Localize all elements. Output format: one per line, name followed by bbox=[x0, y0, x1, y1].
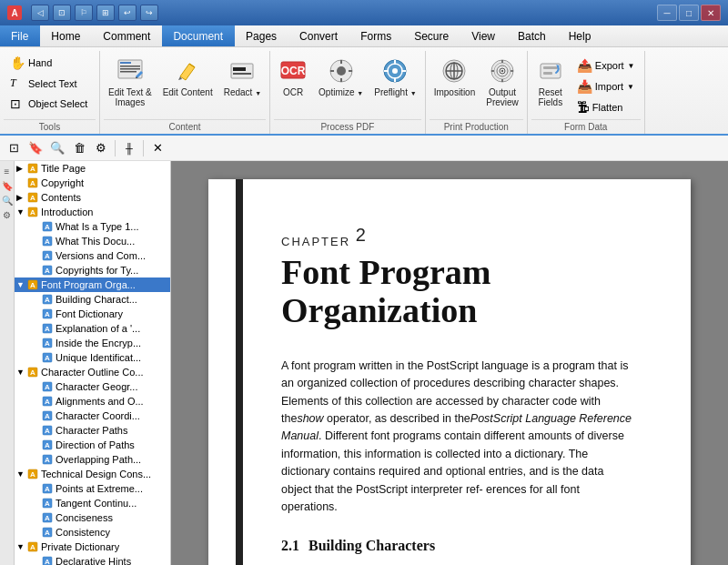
action-toggle[interactable]: ⊡ bbox=[4, 138, 24, 158]
export-label: Export bbox=[595, 60, 624, 71]
content-buttons: Edit Text &Images Edit Content bbox=[104, 53, 266, 117]
svg-text:A: A bbox=[45, 558, 50, 565]
ocr-button[interactable]: OCR OCR bbox=[274, 53, 312, 100]
svg-text:A: A bbox=[45, 339, 50, 348]
left-icon-2[interactable]: 🔖 bbox=[1, 179, 14, 192]
menu-view[interactable]: View bbox=[460, 25, 507, 46]
nav-item[interactable]: ▼APrivate Dictionary bbox=[15, 540, 170, 554]
nav-item[interactable]: ▼ATechnical Design Cons... bbox=[15, 467, 170, 481]
nav-item[interactable]: AWhat This Docu... bbox=[15, 234, 170, 248]
title-line2: Organization bbox=[281, 291, 477, 329]
svg-rect-1 bbox=[120, 62, 131, 64]
menu-comment[interactable]: Comment bbox=[92, 25, 162, 46]
svg-point-19 bbox=[392, 68, 398, 74]
action-search[interactable]: 🔍 bbox=[47, 138, 67, 158]
nav-item[interactable]: ACopyright bbox=[15, 176, 170, 190]
export-icon: 📤 bbox=[577, 58, 592, 73]
nav-item-icon: A bbox=[27, 367, 38, 378]
nav-item-label: Direction of Paths bbox=[56, 439, 135, 450]
menu-secure[interactable]: Secure bbox=[403, 25, 460, 46]
maximize-button[interactable]: □ bbox=[679, 5, 699, 21]
expand-icon: ▼ bbox=[16, 368, 27, 377]
action-delete[interactable]: 🗑 bbox=[69, 138, 89, 158]
reset-fields-button[interactable]: ResetFields bbox=[531, 53, 570, 110]
output-preview-icon bbox=[488, 56, 517, 86]
action-bookmark[interactable]: 🔖 bbox=[25, 138, 46, 158]
nav-item[interactable]: ▼ACharacter Outline Co... bbox=[15, 365, 170, 379]
output-preview-button[interactable]: OutputPreview bbox=[481, 53, 523, 110]
menu-convert[interactable]: Convert bbox=[288, 25, 349, 46]
redact-button[interactable]: Redact ▼ bbox=[219, 53, 266, 100]
imposition-button[interactable]: Imposition bbox=[430, 53, 480, 100]
menu-home[interactable]: Home bbox=[40, 25, 92, 46]
nav-item[interactable]: ▼AFont Program Orga... bbox=[15, 277, 170, 292]
tb-back[interactable]: ◁ bbox=[31, 5, 49, 21]
optimize-button[interactable]: Optimize ▼ bbox=[314, 53, 368, 100]
menu-pages[interactable]: Pages bbox=[235, 25, 288, 46]
pdf-viewer[interactable]: CHAPTER 2 Font Program Organization A fo… bbox=[171, 161, 728, 565]
nav-item[interactable]: ▶AContents bbox=[15, 190, 170, 205]
svg-text:A: A bbox=[30, 165, 35, 173]
nav-item[interactable]: ▼AIntroduction bbox=[15, 205, 170, 219]
nav-item[interactable]: ATangent Continu... bbox=[15, 496, 170, 510]
export-button[interactable]: 📤 Export ▼ bbox=[571, 55, 641, 76]
nav-item[interactable]: AUnique Identificat... bbox=[15, 350, 170, 365]
action-close[interactable]: ✕ bbox=[147, 138, 167, 158]
edit-content-button[interactable]: Edit Content bbox=[158, 53, 217, 100]
tb-undo[interactable]: ↩ bbox=[118, 5, 136, 21]
nav-item-label: Points at Extreme... bbox=[56, 483, 143, 494]
nav-item[interactable]: ADirection of Paths bbox=[15, 438, 170, 452]
svg-rect-15 bbox=[330, 70, 334, 72]
nav-item[interactable]: AConciseness bbox=[15, 510, 170, 525]
nav-item[interactable]: AAlignments and O... bbox=[15, 394, 170, 409]
object-select-icon: ⊡ bbox=[10, 96, 25, 111]
nav-item-label: Inside the Encryp... bbox=[56, 338, 141, 348]
close-button[interactable]: ✕ bbox=[701, 5, 721, 21]
edit-text-images-button[interactable]: Edit Text &Images bbox=[104, 53, 157, 110]
nav-item[interactable]: ACopyrights for Ty... bbox=[15, 263, 170, 277]
nav-item[interactable]: AConsistency bbox=[15, 525, 170, 540]
nav-item[interactable]: AWhat Is a Type 1... bbox=[15, 219, 170, 234]
flatten-button[interactable]: 🗜 Flatten bbox=[571, 97, 641, 117]
hand-tool[interactable]: ✋ Hand bbox=[4, 53, 94, 73]
tb-flag[interactable]: ⚐ bbox=[75, 5, 93, 21]
action-settings[interactable]: ⚙ bbox=[91, 138, 111, 158]
title-line1: Font Program bbox=[281, 253, 490, 291]
nav-item[interactable]: AOverlapping Path... bbox=[15, 452, 170, 467]
nav-item[interactable]: ADeclarative Hints bbox=[15, 554, 170, 565]
tb-redo[interactable]: ↪ bbox=[140, 5, 158, 21]
nav-item[interactable]: ACharacter Paths bbox=[15, 423, 170, 438]
nav-item[interactable]: ABuilding Charact... bbox=[15, 292, 170, 307]
tb-grid[interactable]: ⊞ bbox=[96, 5, 115, 21]
nav-item[interactable]: APoints at Extreme... bbox=[15, 481, 170, 496]
menu-help[interactable]: Help bbox=[558, 25, 603, 46]
nav-item[interactable]: AInside the Encryp... bbox=[15, 336, 170, 350]
action-columns[interactable]: ╫ bbox=[119, 138, 139, 158]
left-icon-4[interactable]: ⚙ bbox=[1, 208, 14, 221]
nav-item[interactable]: AFont Dictionary bbox=[15, 307, 170, 321]
menu-forms[interactable]: Forms bbox=[349, 25, 403, 46]
menu-document[interactable]: Document bbox=[162, 25, 235, 46]
nav-item[interactable]: ▶ATitle Page bbox=[15, 161, 170, 176]
nav-item[interactable]: ACharacter Geogr... bbox=[15, 379, 170, 394]
preflight-button[interactable]: Preflight ▼ bbox=[369, 53, 420, 100]
expand-icon: ▼ bbox=[16, 207, 27, 217]
left-icon-3[interactable]: 🔍 bbox=[1, 194, 14, 207]
left-icon-1[interactable]: ≡ bbox=[1, 165, 14, 177]
menu-file[interactable]: File bbox=[0, 25, 40, 46]
nav-item-icon: A bbox=[42, 221, 53, 232]
tb-home[interactable]: ⊡ bbox=[53, 5, 71, 21]
svg-text:A: A bbox=[30, 194, 35, 202]
import-button[interactable]: 📥 Import ▼ bbox=[571, 76, 641, 96]
nav-item[interactable]: AExplanation of a '... bbox=[15, 321, 170, 336]
minimize-button[interactable]: ─ bbox=[657, 5, 677, 21]
select-text-tool[interactable]: T Select Text bbox=[4, 74, 94, 93]
ocr-icon: OCR bbox=[278, 56, 308, 86]
redact-icon bbox=[228, 56, 257, 86]
object-select-tool[interactable]: ⊡ Object Select bbox=[4, 94, 94, 114]
chapter-title: Font Program Organization bbox=[281, 254, 636, 330]
nav-item[interactable]: ACharacter Coordi... bbox=[15, 409, 170, 423]
svg-text:A: A bbox=[45, 354, 50, 362]
menu-batch[interactable]: Batch bbox=[507, 25, 558, 46]
nav-item[interactable]: AVersions and Com... bbox=[15, 248, 170, 263]
